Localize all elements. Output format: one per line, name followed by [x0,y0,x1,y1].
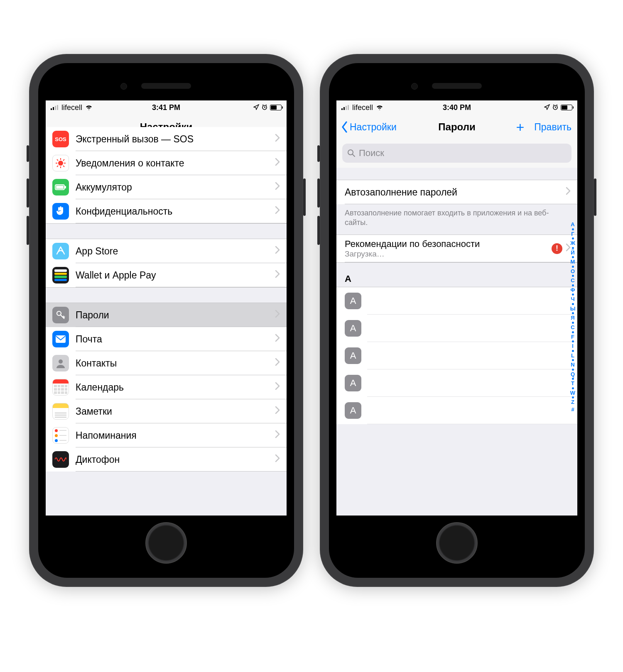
screen-right: lifecell 3:40 PM Настр [336,100,577,516]
section-index[interactable]: АГЖЙМОСФЧЫЯCFILNQTWZ# [568,221,577,512]
power-button[interactable] [594,178,596,216]
row-label: Уведомления о контакте [76,158,275,169]
row-voice[interactable]: Диктофон [46,447,287,472]
row-label: Wallet и Apple Pay [76,270,275,281]
row-exposure[interactable]: Уведомления о контакте [46,151,287,175]
index-letter[interactable]: С [571,277,574,284]
svg-rect-20 [341,108,343,110]
index-letter[interactable]: Ж [570,239,575,247]
search-section: Поиск [336,139,577,168]
home-button[interactable] [145,522,187,564]
row-reminders[interactable]: Напоминания [46,423,287,447]
reminders-icon [52,427,69,444]
alarm-icon [552,103,558,112]
row-label: App Store [76,246,275,257]
svg-rect-2 [55,106,56,110]
chevron-right-icon [566,187,577,198]
index-letter[interactable]: А [571,221,574,228]
security-label: Рекомендации по безопасности [345,239,552,249]
chevron-right-icon [275,358,287,369]
index-letter[interactable]: # [571,406,574,413]
hand-icon [52,203,69,220]
index-letter[interactable]: О [571,268,575,275]
index-letter[interactable]: I [572,342,574,350]
location-icon [544,103,550,112]
search-icon [347,149,356,157]
clock: 3:40 PM [443,103,471,112]
page-title: Пароли [438,121,475,133]
index-letter[interactable]: W [570,389,575,397]
row-contacts[interactable]: Контакты [46,351,287,375]
front-camera [120,83,127,90]
silent-switch[interactable] [317,145,320,162]
row-label: Конфиденциальность [76,206,275,217]
edit-button[interactable]: Править [534,122,571,133]
chevron-right-icon [275,134,287,144]
svg-point-25 [348,150,353,155]
index-letter[interactable]: C [571,324,574,331]
volume-down-button[interactable] [27,216,29,245]
chevron-right-icon [275,270,287,281]
back-label: Настройки [350,122,397,133]
row-label: Напоминания [76,430,275,441]
status-bar: lifecell 3:40 PM [336,100,577,115]
index-letter[interactable]: T [571,380,574,387]
index-letter[interactable]: Я [571,314,574,322]
notes-icon [52,403,69,420]
wifi-icon [375,103,384,112]
row-label: Календарь [76,382,275,393]
svg-rect-21 [343,107,345,110]
volume-down-button[interactable] [317,216,320,245]
appstore-icon [52,243,69,259]
power-button[interactable] [303,178,306,216]
row-autofill[interactable]: Автозаполнение паролей [336,180,577,204]
row-wallet[interactable]: Wallet и Apple Pay [46,263,287,287]
password-item[interactable]: А [336,287,577,315]
chevron-right-icon [275,182,287,193]
earpiece-speaker [432,83,482,89]
row-battery[interactable]: Аккумулятор [46,175,287,199]
row-sos[interactable]: SOSЭкстренный вызов — SOS [46,127,287,151]
silent-switch[interactable] [27,145,29,162]
index-letter[interactable]: Z [571,398,574,406]
search-input[interactable]: Поиск [342,144,571,163]
row-notes[interactable]: Заметки [46,399,287,423]
svg-line-12 [63,159,64,161]
svg-line-10 [57,159,58,161]
password-item[interactable]: А [336,342,577,369]
calendar-icon [52,379,69,396]
wifi-icon [85,103,93,112]
add-button[interactable]: + [516,120,524,134]
index-letter[interactable]: L [571,352,574,359]
index-letter[interactable]: N [571,361,574,369]
section-gap [336,168,577,180]
password-item[interactable]: А [336,369,577,397]
battery-icon [270,105,282,110]
row-label: Контакты [76,358,275,369]
password-item[interactable]: А [336,315,577,342]
index-letter[interactable]: М [571,258,575,266]
home-button[interactable] [436,522,478,564]
chevron-right-icon [275,454,287,465]
svg-line-11 [63,166,64,167]
index-letter[interactable]: Ч [571,296,574,303]
index-letter[interactable]: Й [571,249,574,257]
row-security-recs[interactable]: Рекомендации по безопасности Загрузка… ! [336,235,577,262]
volume-up-button[interactable] [27,178,29,208]
row-privacy[interactable]: Конфиденциальность [46,199,287,223]
row-label: Аккумулятор [76,182,275,193]
row-label: Пароли [76,310,275,321]
back-button[interactable]: Настройки [341,121,397,133]
index-letter[interactable]: Г [571,230,574,238]
volume-up-button[interactable] [317,178,320,208]
index-letter[interactable]: Ф [570,286,575,294]
row-appstore[interactable]: App Store [46,239,287,263]
row-passwords[interactable]: Пароли [46,303,287,327]
index-letter[interactable]: Q [571,371,575,378]
row-mail[interactable]: Почта [46,327,287,351]
row-calendar[interactable]: Календарь [46,375,287,399]
password-item[interactable]: А [336,397,577,424]
index-letter[interactable]: F [571,333,574,341]
index-letter[interactable]: Ы [570,305,576,313]
svg-rect-3 [57,105,58,110]
